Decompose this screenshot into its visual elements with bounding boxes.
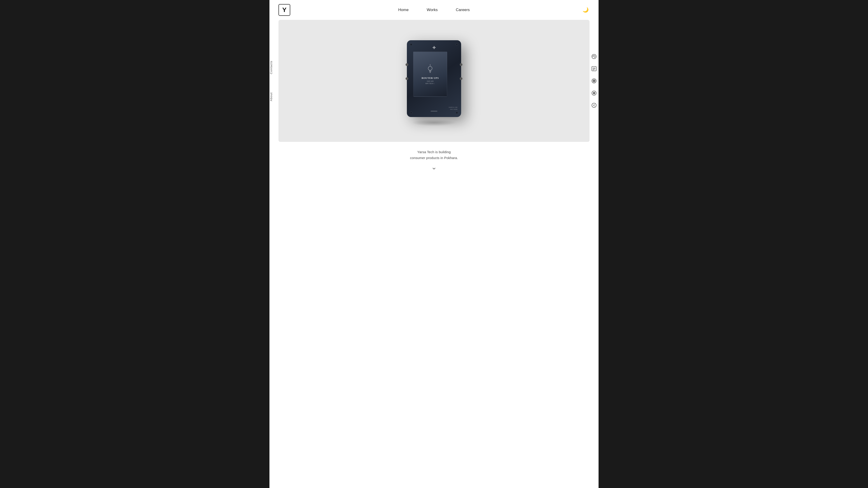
scroll-arrow-container[interactable]: [270, 166, 598, 175]
nav-item-home[interactable]: Home: [398, 8, 409, 12]
side-btn-top-right: [460, 63, 463, 66]
nav-works-link[interactable]: Works: [427, 8, 438, 12]
screw-bottom-right: [456, 111, 458, 114]
screen-text-sub: राउटर अप्स WIFI TECH ।: [426, 80, 435, 85]
navbar: Y Home Works Careers 🌙: [270, 0, 598, 20]
bottom-indicator: [431, 111, 437, 111]
screen-sub1: राउटर अप्स: [427, 80, 434, 82]
page-wrapper: Y Home Works Careers 🌙 Contacts About: [270, 0, 598, 488]
screen-small-text: SAMPLE LINEINFO HERE: [449, 106, 458, 110]
footer-line1: Yarsa Tech is building consumer products…: [270, 149, 598, 161]
theme-toggle-button[interactable]: 🌙: [581, 6, 590, 14]
left-sidebar: Contacts About: [270, 61, 273, 101]
device-screen: ROUTER UPS राउटर अप्स WIFI TECH ।: [413, 52, 447, 97]
device-body: ✚: [407, 40, 461, 117]
nav-item-careers[interactable]: Careers: [456, 8, 470, 12]
sidebar-icon-4[interactable]: [590, 90, 598, 97]
screen-text-main: ROUTER UPS: [422, 76, 439, 79]
nav-careers-link[interactable]: Careers: [456, 8, 470, 12]
screen-sub2: WIFI TECH ।: [426, 83, 435, 84]
nav-right: 🌙: [581, 6, 590, 14]
sidebar-icon-5[interactable]: [590, 102, 598, 109]
nav-home-link[interactable]: Home: [398, 8, 409, 12]
side-btn-left: [405, 77, 408, 80]
svg-rect-6: [592, 66, 596, 71]
svg-point-5: [592, 54, 596, 59]
side-btn-right: [460, 77, 463, 80]
svg-point-12: [594, 80, 594, 81]
hero-section: ✚: [278, 20, 590, 142]
device-shadow: [411, 119, 457, 126]
svg-point-16: [592, 103, 596, 107]
footer-text-line2: consumer products in Pokhara.: [410, 156, 458, 160]
nav-item-works[interactable]: Works: [427, 8, 438, 12]
footer-text-line1: Yarsa Tech is building: [417, 150, 451, 154]
nav-links: Home Works Careers: [398, 8, 470, 12]
footer-section: Yarsa Tech is building consumer products…: [270, 142, 598, 164]
contacts-label[interactable]: Contacts: [270, 61, 273, 74]
chevron-down-icon: [432, 166, 436, 171]
screw-bottom-left: [410, 111, 412, 114]
screw-top-left: [410, 43, 412, 46]
side-btn-top-left: [405, 63, 408, 66]
svg-point-15: [594, 93, 594, 93]
main-content: Contacts About ✚: [270, 20, 598, 142]
sidebar-icon-2[interactable]: [590, 65, 598, 72]
moon-icon: 🌙: [583, 7, 589, 13]
about-label[interactable]: About: [270, 92, 273, 101]
bulb-icon: [427, 64, 434, 75]
device-top-cross: ✚: [432, 45, 436, 50]
svg-point-1: [428, 66, 432, 70]
right-sidebar: [590, 53, 598, 109]
logo[interactable]: Y: [278, 4, 290, 16]
logo-letter: Y: [282, 6, 287, 13]
screw-top-right: [456, 43, 458, 46]
sidebar-icon-3[interactable]: [590, 77, 598, 85]
sidebar-icon-1[interactable]: [590, 53, 598, 60]
device-container: ✚: [405, 40, 463, 122]
